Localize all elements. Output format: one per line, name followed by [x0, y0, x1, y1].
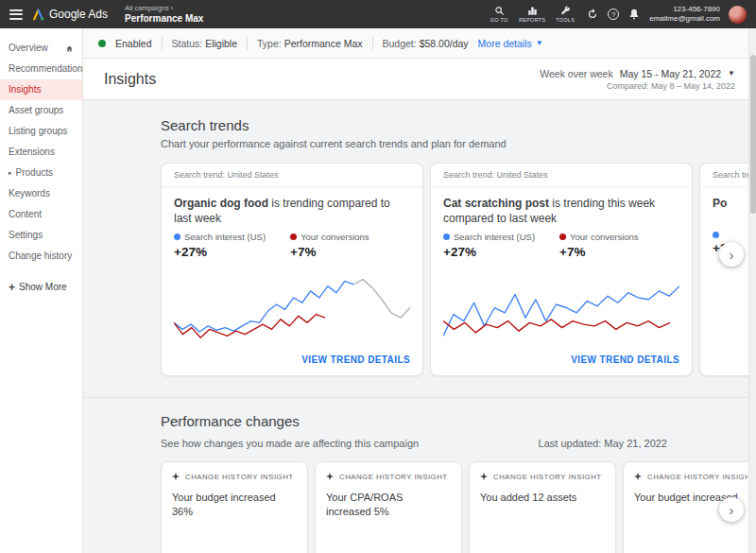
brand[interactable]: Google Ads — [32, 8, 108, 21]
sidebar-item-label: Overview — [9, 43, 48, 54]
conversions-value: +7% — [559, 245, 639, 259]
campaign-status-bar: Enabled Status: Eligible Type: Performan… — [83, 28, 756, 59]
divider — [162, 37, 163, 50]
sidebar: Overview Recommendations Insights Asset … — [0, 28, 83, 553]
sparkle-icon — [325, 472, 335, 481]
enabled-label[interactable]: Enabled — [115, 38, 152, 49]
view-trend-details-link[interactable]: VIEW TREND DETAILS — [162, 346, 422, 375]
chevron-down-icon: ▼ — [536, 39, 543, 47]
conversions-value: +7% — [290, 245, 369, 259]
sidebar-item-content[interactable]: Content — [0, 204, 82, 225]
insight-text: You added 12 assets — [470, 488, 615, 508]
menu-icon[interactable] — [9, 9, 23, 20]
status-value: Eligible — [205, 38, 237, 49]
sidebar-item-recommendations[interactable]: Recommendations — [0, 59, 82, 79]
more-details-label: More details — [478, 38, 532, 49]
divider — [247, 37, 248, 50]
campaign-breadcrumb[interactable]: All campaigns › Performance Max — [125, 5, 203, 23]
change-history-insight-card[interactable]: CHANGE HISTORY INSIGHT You added 12 asse… — [469, 461, 616, 553]
avatar[interactable] — [729, 6, 747, 24]
sidebar-item-overview[interactable]: Overview — [0, 38, 82, 59]
sidebar-item-change-history[interactable]: Change history — [0, 246, 82, 267]
bell-icon — [627, 8, 641, 21]
date-mode-label: Week over week — [540, 68, 612, 79]
divider — [372, 37, 373, 50]
page-header: Insights Week over week May 15 - May 21,… — [83, 59, 756, 100]
refresh-button[interactable] — [586, 8, 599, 21]
performance-changes-title: Performance changes — [161, 413, 756, 429]
account-info[interactable]: 123-456-7890 emailme@gmail.com — [649, 5, 720, 24]
insight-tag: CHANGE HISTORY INSIGHT — [493, 473, 602, 481]
legend-label: Your conversions — [570, 232, 639, 242]
show-more-button[interactable]: + Show More — [0, 276, 82, 299]
trend-line-chart — [174, 263, 410, 346]
section-divider — [83, 397, 756, 398]
sidebar-item-insights[interactable]: Insights — [0, 79, 82, 100]
sparkle-icon — [479, 472, 489, 481]
sidebar-item-extensions[interactable]: Extensions — [0, 142, 82, 163]
type-label: Type: — [257, 38, 282, 49]
reports-icon — [527, 6, 538, 16]
goto-search-button[interactable]: GO TO — [487, 6, 511, 23]
more-details-button[interactable]: More details ▼ — [478, 38, 543, 49]
last-updated: Last updated: May 21, 2022 — [539, 438, 667, 449]
type-field: Type: Performance Max — [257, 38, 362, 49]
goto-label: GO TO — [490, 17, 508, 23]
notifications-button[interactable] — [627, 8, 641, 21]
insight-tag: CHANGE HISTORY INSIGHT — [647, 473, 756, 481]
insights-content: Search trends Chart your performance aga… — [83, 100, 756, 553]
chevron-down-icon: ▼ — [728, 69, 735, 78]
view-trend-details-link[interactable]: VIEW TREND DETAILS — [431, 346, 692, 375]
change-history-insight-card[interactable]: CHANGE HISTORY INSIGHT Your CPA/ROAS inc… — [315, 461, 462, 553]
sidebar-item-label: Settings — [9, 230, 43, 241]
search-trend-card-partial[interactable]: Search trend: Po +2 — [699, 163, 756, 376]
sidebar-item-listing-groups[interactable]: Listing groups — [0, 121, 82, 142]
sparkle-icon — [633, 472, 643, 481]
scrollbar[interactable] — [748, 28, 756, 553]
change-history-insight-card[interactable]: CHANGE HISTORY INSIGHT Your budget incre… — [161, 461, 308, 553]
type-value: Performance Max — [284, 38, 363, 49]
account-phone: 123-456-7890 — [649, 5, 720, 14]
sidebar-item-products[interactable]: ▸ Products — [0, 163, 82, 183]
date-range-picker[interactable]: Week over week May 15 - May 21, 2022 ▼ C… — [540, 68, 735, 91]
chevron-right-icon: › — [171, 4, 174, 12]
expand-arrow-icon: ▸ — [9, 169, 12, 177]
red-series-dot-icon — [290, 233, 297, 240]
performance-carousel-next-button[interactable]: › — [719, 497, 744, 522]
trend-line-chart — [443, 263, 679, 346]
blue-series-dot-icon — [713, 232, 719, 238]
tools-button[interactable]: TOOLS — [553, 6, 577, 23]
sidebar-item-keywords[interactable]: Keywords — [0, 183, 82, 204]
enabled-dot-icon — [98, 40, 106, 47]
insight-text: Your CPA/ROAS increased 5% — [316, 488, 461, 522]
search-trends-subtitle: Chart your performance against current s… — [161, 138, 756, 149]
sidebar-item-label: Content — [9, 209, 42, 220]
reports-button[interactable]: REPORTS — [520, 6, 544, 23]
help-button[interactable]: ? — [608, 9, 619, 20]
trends-carousel-next-button[interactable]: › — [719, 242, 744, 267]
sidebar-item-asset-groups[interactable]: Asset groups — [0, 100, 82, 121]
sidebar-item-label: Products — [16, 167, 53, 179]
status-field: Status: Eligible — [172, 38, 237, 49]
brand-name: Google Ads — [49, 8, 108, 21]
search-trend-card[interactable]: Search trend: United States Organic dog … — [161, 163, 423, 376]
trend-title: Cat scratching post is trending this wee… — [443, 196, 679, 226]
performance-changes-carousel: CHANGE HISTORY INSIGHT Your budget incre… — [161, 461, 756, 553]
top-app-bar: Google Ads All campaigns › Performance M… — [0, 0, 756, 28]
reports-label: REPORTS — [519, 17, 546, 23]
plus-icon: + — [9, 281, 15, 294]
sidebar-item-label: Listing groups — [9, 126, 67, 137]
account-email: emailme@gmail.com — [649, 14, 720, 24]
search-trend-card[interactable]: Search trend: United States Cat scratchi… — [430, 163, 693, 376]
page-title: Insights — [104, 71, 156, 88]
sidebar-item-label: Change history — [9, 251, 72, 262]
search-interest-value: +27% — [443, 245, 535, 259]
sidebar-item-label: Insights — [9, 84, 41, 95]
tools-icon — [560, 6, 571, 16]
scrollbar-thumb[interactable] — [750, 55, 756, 214]
insight-text: Your budget increased 36% — [162, 488, 307, 522]
performance-changes-subtitle: See how changes you made are affecting t… — [161, 438, 419, 449]
sidebar-item-label: Keywords — [9, 188, 50, 199]
breadcrumb-all-campaigns[interactable]: All campaigns — [125, 4, 169, 12]
sidebar-item-settings[interactable]: Settings — [0, 225, 82, 246]
